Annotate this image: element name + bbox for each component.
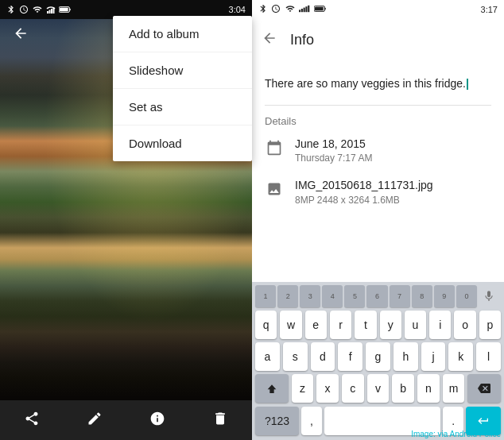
date-detail-text: June 18, 2015 Thursday 7:17 AM (295, 137, 372, 165)
caption-text[interactable]: There are so many veggies in this fridge… (265, 70, 491, 106)
info-content: There are so many veggies in this fridge… (252, 60, 504, 282)
right-panel: 3:17 Info There are so many veggies in t… (252, 0, 504, 440)
key-d[interactable]: d (311, 342, 335, 371)
key-m[interactable]: m (443, 374, 465, 403)
page-title: Info (290, 32, 314, 48)
key-s[interactable]: s (283, 342, 308, 371)
key-h[interactable]: h (394, 342, 418, 371)
menu-item-add-to-album[interactable]: Add to album (113, 16, 252, 52)
menu-item-set-as[interactable]: Set as (113, 89, 252, 125)
info-icon (149, 411, 165, 426)
delete-button[interactable] (206, 404, 235, 437)
keyboard: 1 2 3 4 5 6 7 8 9 0 q w e r t y u (252, 282, 504, 440)
wifi-icon-right (285, 4, 296, 14)
menu-item-slideshow[interactable]: Slideshow (113, 52, 252, 89)
file-sub: 8MP 2448 x 3264 1.6MB (295, 194, 433, 207)
comma-key[interactable]: , (301, 407, 322, 435)
key-p[interactable]: p (479, 311, 501, 339)
share-icon (24, 411, 40, 426)
edit-icon (87, 411, 103, 426)
date-main: June 18, 2015 (295, 137, 372, 152)
shift-icon (266, 382, 278, 395)
key-9[interactable]: 9 (434, 285, 455, 307)
edit-button[interactable] (80, 404, 109, 437)
key-t[interactable]: t (355, 311, 376, 339)
wifi-icon-left (32, 5, 43, 14)
key-o[interactable]: o (454, 311, 475, 339)
signal-icon-right (299, 4, 310, 14)
key-4[interactable]: 4 (322, 285, 343, 307)
key-g[interactable]: g (366, 342, 390, 371)
svg-rect-3 (53, 8, 55, 14)
image-icon (266, 181, 282, 197)
key-3[interactable]: 3 (300, 285, 320, 307)
battery-icon-left (59, 5, 72, 14)
bluetooth-icon (6, 5, 16, 14)
key-6[interactable]: 6 (366, 285, 387, 307)
key-x[interactable]: x (316, 374, 339, 403)
key-w[interactable]: w (280, 311, 301, 339)
key-k[interactable]: k (448, 342, 473, 371)
calendar-icon (266, 140, 282, 156)
left-toolbar (0, 400, 252, 440)
left-panel: 3:04 Add to album Slideshow Set as Downl… (0, 0, 252, 440)
svg-rect-7 (299, 10, 300, 12)
svg-rect-1 (49, 10, 51, 14)
svg-rect-10 (306, 6, 308, 12)
right-status-bar: 3:17 (252, 0, 504, 19)
info-button[interactable] (143, 404, 172, 437)
delete-icon (212, 411, 228, 426)
key-y[interactable]: y (380, 311, 401, 339)
keyboard-row-1: q w e r t y u i o p (252, 309, 504, 341)
left-status-icons (6, 5, 72, 14)
back-arrow-icon-left (13, 25, 29, 41)
menu-item-download[interactable]: Download (113, 125, 252, 161)
left-time: 3:04 (229, 5, 246, 14)
key-l[interactable]: l (476, 342, 501, 371)
key-q[interactable]: q (255, 311, 277, 339)
calendar-icon-container (265, 138, 284, 157)
key-n[interactable]: n (417, 374, 440, 403)
signal-icon-left (46, 5, 56, 14)
key-0[interactable]: 0 (456, 285, 477, 307)
key-r[interactable]: r (330, 311, 351, 339)
key-e[interactable]: e (305, 311, 327, 339)
key-c[interactable]: c (342, 374, 364, 403)
share-button[interactable] (17, 404, 46, 437)
backspace-icon (478, 382, 490, 395)
svg-rect-13 (324, 8, 325, 10)
mic-icon (483, 290, 495, 303)
details-section: Details June 18, 2015 Thursday 7:17 AM I… (265, 106, 491, 207)
text-cursor (467, 79, 468, 90)
key-7[interactable]: 7 (390, 285, 410, 307)
key-5[interactable]: 5 (344, 285, 365, 307)
key-a[interactable]: a (255, 342, 280, 371)
shift-key[interactable] (255, 374, 289, 403)
svg-rect-5 (69, 9, 70, 11)
mic-button[interactable] (477, 285, 501, 307)
key-8[interactable]: 8 (412, 285, 432, 307)
details-label: Details (265, 115, 491, 127)
key-j[interactable]: j (421, 342, 446, 371)
file-main: IMG_20150618_111731.jpg (295, 178, 433, 194)
file-detail-row: IMG_20150618_111731.jpg 8MP 2448 x 3264 … (265, 178, 491, 206)
key-2[interactable]: 2 (277, 285, 298, 307)
right-back-button[interactable] (262, 30, 277, 50)
key-i[interactable]: i (429, 311, 451, 339)
left-back-button[interactable] (6, 19, 35, 50)
svg-rect-2 (51, 9, 52, 14)
symbols-key[interactable]: ?123 (255, 407, 299, 435)
alarm-icon-left (19, 5, 29, 14)
key-f[interactable]: f (338, 342, 362, 371)
date-detail-row: June 18, 2015 Thursday 7:17 AM (265, 137, 491, 165)
key-b[interactable]: b (392, 374, 414, 403)
key-v[interactable]: v (367, 374, 390, 403)
key-z[interactable]: z (292, 374, 314, 403)
key-1[interactable]: 1 (255, 285, 276, 307)
backspace-key[interactable] (467, 374, 501, 403)
svg-rect-14 (315, 7, 324, 11)
back-arrow-icon-right (262, 30, 277, 46)
right-time: 3:17 (481, 5, 498, 14)
key-u[interactable]: u (405, 311, 426, 339)
file-detail-text: IMG_20150618_111731.jpg 8MP 2448 x 3264 … (295, 178, 433, 206)
